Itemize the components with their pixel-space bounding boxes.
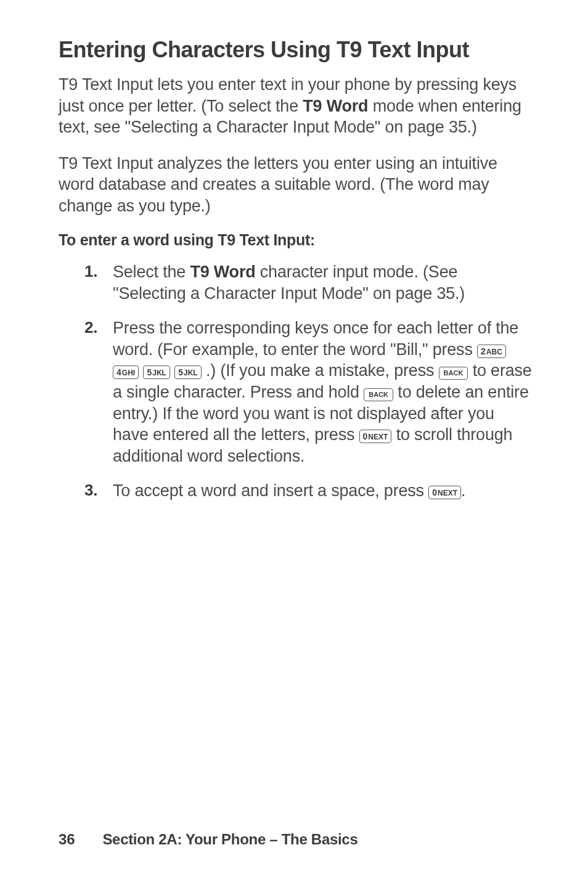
page-number: 36	[59, 831, 75, 847]
intro-paragraph-1: T9 Text Input lets you enter text in you…	[59, 74, 533, 138]
step-3: To accept a word and insert a space, pre…	[84, 480, 533, 502]
key-back-icon-2: BACK	[364, 388, 393, 401]
p1-bold: T9 Word	[303, 97, 368, 115]
page-footer: 36 Section 2A: Your Phone – The Basics	[59, 831, 357, 848]
intro-paragraph-2: T9 Text Input analyzes the letters you e…	[59, 153, 533, 217]
key-2abc-icon: 2ABC	[477, 345, 506, 358]
steps-list: Select the T9 Word character input mode.…	[59, 261, 533, 501]
section-label: Section 2A: Your Phone – The Basics	[102, 831, 357, 847]
instruction-subhead: To enter a word using T9 Text Input:	[59, 231, 533, 249]
key-0next-icon: 0NEXT	[359, 430, 392, 443]
key-0next-icon-2: 0NEXT	[428, 486, 461, 499]
page-heading: Entering Characters Using T9 Text Input	[59, 37, 533, 63]
step-1: Select the T9 Word character input mode.…	[84, 261, 533, 304]
step2-a: Press the corresponding keys once for ea…	[113, 319, 518, 359]
key-4ghi-icon: 4GHI	[113, 365, 139, 379]
step3-a: To accept a word and insert a space, pre…	[113, 481, 428, 500]
step1-a: Select the	[113, 263, 190, 281]
step-2: Press the corresponding keys once for ea…	[84, 317, 533, 467]
page-container: Entering Characters Using T9 Text Input …	[0, 0, 588, 882]
step2-b: .) (If you make a mistake, press	[206, 361, 439, 380]
step1-bold: T9 Word	[190, 263, 255, 281]
key-back-icon: BACK	[439, 367, 468, 380]
key-5jkl-icon-2: 5JKL	[174, 365, 201, 379]
key-5jkl-icon: 5JKL	[143, 365, 169, 379]
step3-b: .	[461, 481, 465, 500]
